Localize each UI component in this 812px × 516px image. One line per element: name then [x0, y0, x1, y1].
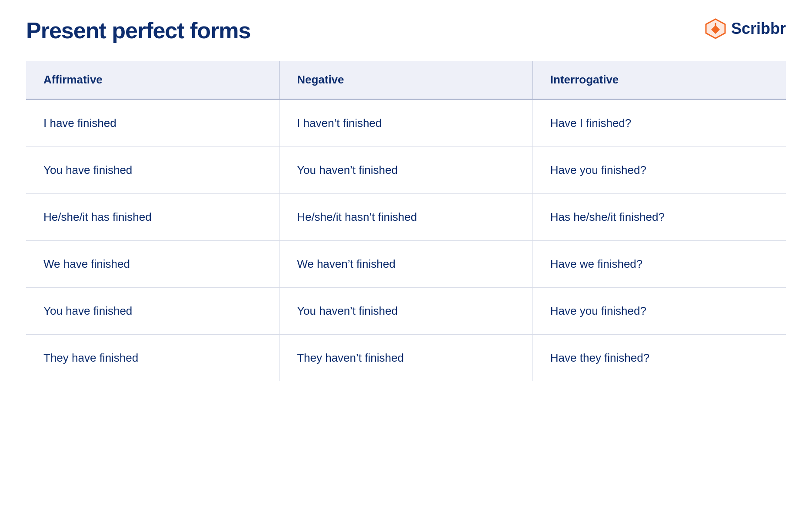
cell-affirmative: We have finished	[26, 241, 280, 288]
header-negative: Negative	[280, 61, 533, 100]
cell-interrogative: Has he/she/it finished?	[532, 194, 786, 241]
table-row: You have finishedYou haven’t finishedHav…	[26, 147, 786, 194]
cell-interrogative: Have I finished?	[532, 100, 786, 147]
table-row: We have finishedWe haven’t finishedHave …	[26, 241, 786, 288]
cell-negative: You haven’t finished	[280, 147, 533, 194]
cell-interrogative: Have we finished?	[532, 241, 786, 288]
cell-negative: We haven’t finished	[280, 241, 533, 288]
table-row: He/she/it has finishedHe/she/it hasn’t f…	[26, 194, 786, 241]
page-title: Present perfect forms	[26, 17, 251, 43]
header-affirmative: Affirmative	[26, 61, 280, 100]
cell-negative: You haven’t finished	[280, 288, 533, 335]
cell-affirmative: He/she/it has finished	[26, 194, 280, 241]
cell-interrogative: Have you finished?	[532, 288, 786, 335]
present-perfect-table: Affirmative Negative Interrogative I hav…	[26, 61, 786, 381]
cell-negative: I haven’t finished	[280, 100, 533, 147]
cell-interrogative: Have you finished?	[532, 147, 786, 194]
cell-affirmative: I have finished	[26, 100, 280, 147]
table-row: I have finishedI haven’t finishedHave I …	[26, 100, 786, 147]
scribbr-logo-icon	[704, 17, 727, 40]
logo: Scribbr	[704, 17, 786, 40]
table-row: They have finishedThey haven’t finishedH…	[26, 335, 786, 382]
header-interrogative: Interrogative	[532, 61, 786, 100]
table-header-row: Affirmative Negative Interrogative	[26, 61, 786, 100]
cell-affirmative: You have finished	[26, 147, 280, 194]
cell-negative: They haven’t finished	[280, 335, 533, 382]
page-header: Present perfect forms Scribbr	[26, 17, 786, 43]
table-row: You have finishedYou haven’t finishedHav…	[26, 288, 786, 335]
cell-interrogative: Have they finished?	[532, 335, 786, 382]
cell-affirmative: They have finished	[26, 335, 280, 382]
cell-affirmative: You have finished	[26, 288, 280, 335]
cell-negative: He/she/it hasn’t finished	[280, 194, 533, 241]
logo-text: Scribbr	[731, 20, 786, 38]
